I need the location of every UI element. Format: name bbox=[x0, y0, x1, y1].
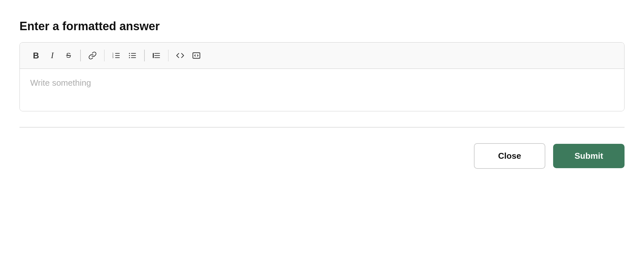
strikethrough-icon: S bbox=[66, 51, 71, 60]
ordered-list-button[interactable]: 1 2 3 bbox=[109, 48, 123, 63]
svg-point-11 bbox=[129, 57, 130, 58]
ordered-list-icon: 1 2 3 bbox=[112, 51, 120, 60]
code-icon bbox=[176, 51, 184, 60]
code-block-button[interactable] bbox=[189, 48, 204, 63]
italic-button[interactable]: I bbox=[45, 48, 59, 63]
svg-point-10 bbox=[129, 55, 130, 56]
link-button[interactable] bbox=[85, 48, 100, 63]
separator-2 bbox=[104, 50, 105, 61]
bold-button[interactable]: B bbox=[29, 48, 43, 63]
code-block-icon bbox=[192, 51, 201, 60]
page-title: Enter a formatted answer bbox=[19, 19, 625, 33]
editor-container: B I S 1 2 3 bbox=[19, 42, 625, 111]
editor-placeholder: Write something bbox=[30, 78, 91, 88]
svg-rect-16 bbox=[193, 53, 200, 58]
close-button[interactable]: Close bbox=[474, 143, 545, 169]
editor-input[interactable]: Write something bbox=[20, 69, 624, 111]
toolbar: B I S 1 2 3 bbox=[20, 43, 624, 69]
separator-4 bbox=[168, 50, 169, 61]
bullet-list-icon bbox=[128, 51, 137, 60]
blockquote-button[interactable] bbox=[149, 48, 164, 63]
blockquote-icon bbox=[152, 51, 161, 60]
svg-text:3: 3 bbox=[112, 56, 114, 58]
code-button[interactable] bbox=[173, 48, 187, 63]
bullet-list-button[interactable] bbox=[125, 48, 140, 63]
svg-point-9 bbox=[129, 53, 130, 54]
separator-3 bbox=[144, 50, 145, 61]
strikethrough-button[interactable]: S bbox=[61, 48, 76, 63]
link-icon bbox=[88, 51, 97, 60]
submit-button[interactable]: Submit bbox=[553, 144, 625, 168]
footer: Close Submit bbox=[19, 128, 625, 169]
separator-1 bbox=[80, 50, 81, 61]
